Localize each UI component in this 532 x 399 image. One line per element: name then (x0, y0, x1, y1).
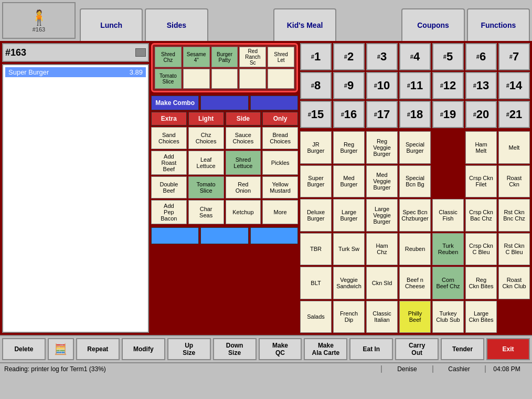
repeat-button[interactable]: Repeat (76, 338, 120, 360)
tab-coupons[interactable]: Coupons (401, 8, 464, 41)
mod-tomato-slice[interactable]: TomatoSlice (155, 69, 182, 89)
mod-char-seas[interactable]: CharSeas (188, 200, 224, 224)
menu-med-burger[interactable]: MedBurger (333, 165, 365, 198)
menu-deluxe-burger[interactable]: DeluxeBurger (300, 199, 332, 232)
mod-shred-chz[interactable]: ShredChz (155, 47, 182, 67)
menu-spec-bcn-chzburger[interactable]: Spec BcnChzburger (399, 199, 431, 232)
mod-leaf-lettuce[interactable]: LeafLettuce (188, 151, 224, 175)
menu-reuben[interactable]: Reuben (399, 233, 431, 266)
num-12[interactable]: #12 (432, 72, 464, 99)
menu-rst-ckn-c-bleu[interactable]: Rst CknC Bleu (498, 233, 530, 266)
mod-chz-choices[interactable]: ChzChoices (188, 127, 224, 149)
menu-philly-beef[interactable]: PhillyBeef (399, 301, 431, 333)
menu-veggie-sandwich[interactable]: VeggieSandwich (333, 267, 365, 299)
num-18[interactable]: #18 (399, 101, 431, 128)
menu-turk-sw[interactable]: Turk Sw (333, 233, 365, 266)
mod-more[interactable]: More (262, 200, 298, 224)
menu-corn-beef-chz[interactable]: CornBeef Chz (432, 267, 464, 299)
menu-tbr[interactable]: TBR (300, 233, 332, 266)
tab-sides[interactable]: Sides (145, 8, 208, 41)
tab-lunch[interactable]: Lunch (80, 8, 143, 41)
mod-tomato-slice2[interactable]: TomatoSlice (188, 176, 224, 198)
num-6[interactable]: #6 (465, 43, 497, 70)
up-size-button[interactable]: UpSize (167, 338, 211, 360)
num-3[interactable]: #3 (366, 43, 398, 70)
menu-large-ckn-bites[interactable]: LargeCkn Bites (465, 301, 497, 333)
tab-kids-meal[interactable]: Kid's Meal (273, 8, 336, 41)
menu-roast-ckn-club[interactable]: RoastCkn Club (498, 267, 530, 299)
mod-shred-lettuce[interactable]: ShredLettuce (226, 151, 261, 175)
blue-btn-2[interactable] (200, 227, 248, 244)
down-size-button[interactable]: DownSize (213, 338, 257, 360)
menu-roast-ckn[interactable]: RoastCkn (498, 165, 530, 198)
num-16[interactable]: #16 (333, 101, 365, 128)
menu-large-veggie-burger[interactable]: LargeVeggieBurger (366, 199, 398, 232)
menu-melt[interactable]: Melt (498, 131, 530, 164)
exit-button[interactable]: Exit (486, 338, 530, 360)
blue-btn-1[interactable] (151, 227, 199, 244)
num-7[interactable]: #7 (498, 43, 530, 70)
num-21[interactable]: #21 (498, 101, 530, 128)
menu-jr-burger[interactable]: JRBurger (300, 131, 332, 164)
menu-turkey-club-sub[interactable]: TurkeyClub Sub (432, 301, 464, 333)
carry-out-button[interactable]: CarryOut (395, 338, 439, 360)
menu-crsp-ckn-filet[interactable]: Crsp CknFilet (465, 165, 497, 198)
mod-pickles[interactable]: Pickles (262, 151, 298, 175)
mod-sand-choices[interactable]: SandChoices (151, 127, 187, 149)
num-2[interactable]: #2 (333, 43, 365, 70)
menu-crsp-ckn-c-bleu[interactable]: Crsp CknC Bleu (465, 233, 497, 266)
mod-ketchup[interactable]: Ketchup (226, 200, 261, 224)
num-9[interactable]: #9 (333, 72, 365, 99)
num-20[interactable]: #20 (465, 101, 497, 128)
menu-salads[interactable]: Salads (300, 301, 332, 333)
mod-sesame[interactable]: Sesame4" (183, 47, 210, 67)
eat-in-button[interactable]: Eat In (349, 338, 393, 360)
menu-ckn-sld[interactable]: Ckn Sld (366, 267, 398, 299)
mod-shred-let[interactable]: ShredLet (268, 47, 294, 67)
num-11[interactable]: #11 (399, 72, 431, 99)
delete-button[interactable]: Delete (2, 338, 46, 360)
num-14[interactable]: #14 (498, 72, 530, 99)
menu-turk-reuben[interactable]: TurkReuben (432, 233, 464, 266)
light-button[interactable]: Light (188, 112, 224, 125)
menu-ham-melt[interactable]: HamMelt (465, 131, 497, 164)
menu-super-burger[interactable]: SuperBurger (300, 165, 332, 198)
mod-bread-choices[interactable]: BreadChoices (262, 127, 298, 149)
num-4[interactable]: #4 (399, 43, 431, 70)
menu-classic-italian[interactable]: ClassicItalian (366, 301, 398, 333)
menu-french-dip[interactable]: FrenchDip (333, 301, 365, 333)
menu-blt[interactable]: BLT (300, 267, 332, 299)
menu-crsp-ckn-bac-chz[interactable]: Crsp CknBac Chz (465, 199, 497, 232)
menu-special-burger[interactable]: SpecialBurger (399, 131, 431, 164)
menu-reg-burger[interactable]: RegBurger (333, 131, 365, 164)
num-13[interactable]: #13 (465, 72, 497, 99)
make-combo-button[interactable]: Make Combo (151, 96, 199, 110)
side-button[interactable]: Side (226, 112, 261, 125)
menu-special-bcn-bg[interactable]: SpecialBcn Bg (399, 165, 431, 198)
calculator-button[interactable]: 🧮 (48, 338, 74, 360)
menu-ham-chz[interactable]: HamChz (366, 233, 398, 266)
modify-button[interactable]: Modify (122, 338, 165, 360)
num-17[interactable]: #17 (366, 101, 398, 128)
num-5[interactable]: #5 (432, 43, 464, 70)
mod-burger-patty[interactable]: BurgerPatty (211, 47, 238, 67)
menu-med-veggie-burger[interactable]: MedVeggieBurger (366, 165, 398, 198)
num-8[interactable]: #8 (300, 72, 332, 99)
menu-classic-fish[interactable]: ClassicFish (432, 199, 464, 232)
order-item[interactable]: Super Burger 3.89 (5, 67, 146, 77)
menu-reg-veggie-burger[interactable]: RegVeggieBurger (366, 131, 398, 164)
num-15[interactable]: #15 (300, 101, 332, 128)
mod-red-ranch[interactable]: RedRanchSc (239, 47, 266, 67)
menu-rst-ckn-bnc-chz[interactable]: Rst CknBnc Chz (498, 199, 530, 232)
mod-yellow-mustard[interactable]: YellowMustard (262, 176, 298, 198)
num-1[interactable]: #1 (300, 43, 332, 70)
blue-btn-3[interactable] (250, 227, 298, 244)
mod-double-beef[interactable]: DoubleBeef (151, 176, 187, 198)
tender-button[interactable]: Tender (441, 338, 484, 360)
num-19[interactable]: #19 (432, 101, 464, 128)
mod-add-pep-bacon[interactable]: AddPepBacon (151, 200, 187, 224)
menu-large-burger[interactable]: LargeBurger (333, 199, 365, 232)
mod-sauce-choices[interactable]: SauceChoices (226, 127, 261, 149)
num-10[interactable]: #10 (366, 72, 398, 99)
make-combo-extra1[interactable] (200, 96, 248, 110)
